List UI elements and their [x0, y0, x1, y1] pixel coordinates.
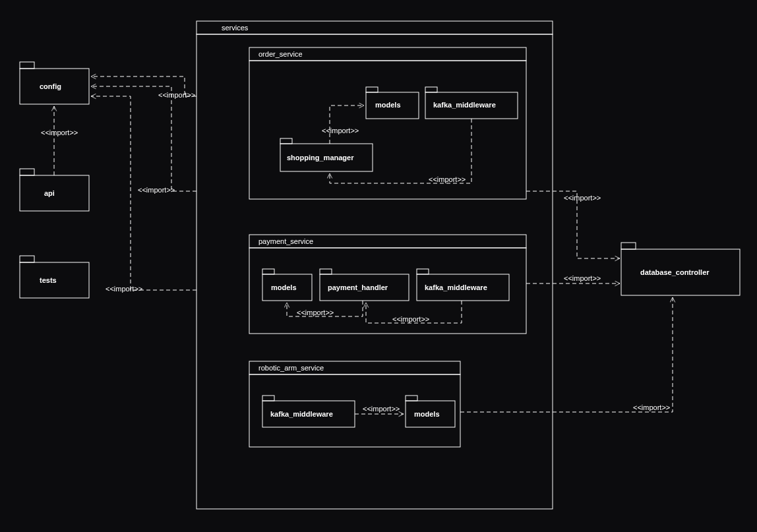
- svg-rect-10: [366, 87, 378, 92]
- package-robotic-models-label: models: [414, 410, 440, 418]
- package-payment-handler-label: payment_handler: [328, 283, 388, 291]
- edge-payment-to-db-label: <<import>>: [564, 274, 601, 282]
- svg-rect-22: [417, 269, 429, 274]
- edge-payment-to-db: <<import>>: [526, 274, 620, 283]
- svg-rect-2: [20, 169, 34, 175]
- package-tests-label: tests: [40, 276, 57, 284]
- svg-rect-20: [320, 269, 332, 274]
- edge-orderkafka-to-shopping-label: <<import>>: [429, 175, 466, 183]
- svg-rect-18: [262, 269, 274, 274]
- svg-rect-14: [280, 138, 292, 144]
- package-payment-models-label: models: [271, 283, 297, 291]
- package-order-models-label: models: [375, 101, 401, 109]
- package-shopping-manager[interactable]: shopping_manager: [280, 138, 373, 171]
- edge-payment-to-config-label: <<import>>: [138, 186, 175, 194]
- edge-robkafka-to-models-label: <<import>>: [363, 405, 400, 413]
- edge-shopping-to-models-label: <<import>>: [322, 127, 359, 134]
- svg-rect-7: [197, 34, 553, 509]
- package-api-label: api: [44, 189, 55, 197]
- package-database-controller[interactable]: database_controller: [621, 243, 740, 295]
- package-payment-handler[interactable]: payment_handler: [320, 269, 409, 301]
- package-shopping-manager-label: shopping_manager: [287, 154, 354, 162]
- edge-handler-to-models: <<import>>: [287, 301, 363, 316]
- package-tests[interactable]: tests: [20, 256, 89, 298]
- edge-order-to-config-label: <<import>>: [158, 91, 195, 99]
- svg-rect-0: [20, 62, 34, 69]
- edge-order-to-db-label: <<import>>: [564, 194, 601, 202]
- svg-rect-28: [406, 396, 417, 401]
- svg-rect-9: [249, 61, 526, 199]
- edge-handler-to-models-label: <<import>>: [297, 309, 334, 316]
- edge-api-to-config-label: <<import>>: [41, 129, 78, 136]
- edge-paykafka-to-handler: <<import>>: [366, 301, 462, 323]
- svg-rect-26: [262, 396, 274, 401]
- edge-order-to-db: <<import>>: [526, 191, 620, 258]
- package-robotic-kafka[interactable]: kafka_middleware: [262, 396, 355, 427]
- svg-rect-4: [20, 256, 34, 262]
- package-payment-models[interactable]: models: [262, 269, 312, 301]
- package-database-controller-label: database_controller: [640, 268, 710, 276]
- edge-api-to-config: <<import>>: [41, 106, 78, 175]
- package-order-service-label: order_service: [258, 50, 303, 58]
- edge-order-to-config: <<import>>: [91, 76, 197, 99]
- edge-robotic-to-db: <<import>>: [460, 297, 673, 412]
- package-services-label: services: [222, 24, 249, 32]
- edge-robotic-to-db-label: <<import>>: [633, 403, 670, 411]
- edge-paykafka-to-handler-label: <<import>>: [392, 315, 429, 323]
- package-robotic-arm-service-label: robotic_arm_service: [258, 364, 324, 372]
- package-robotic-kafka-label: kafka_middleware: [270, 410, 333, 418]
- edge-shopping-to-models: <<import>>: [322, 105, 364, 144]
- package-order-kafka-label: kafka_middleware: [433, 101, 496, 109]
- edge-robotic-to-config: <<import>>: [91, 96, 197, 293]
- svg-rect-6: [197, 21, 553, 34]
- package-config-label: config: [40, 82, 61, 90]
- package-robotic-models[interactable]: models: [406, 396, 455, 427]
- edge-robotic-to-config-label: <<import>>: [106, 285, 142, 293]
- svg-rect-30: [621, 243, 636, 249]
- edge-payment-to-config: <<import>>: [91, 86, 197, 194]
- edge-robkafka-to-models: <<import>>: [355, 405, 404, 414]
- package-order-kafka[interactable]: kafka_middleware: [425, 87, 518, 119]
- package-payment-kafka-label: kafka_middleware: [425, 283, 487, 291]
- package-config[interactable]: config: [20, 62, 89, 104]
- package-order-models[interactable]: models: [366, 87, 419, 119]
- package-services[interactable]: services: [197, 21, 553, 509]
- svg-rect-12: [425, 87, 437, 92]
- package-payment-service-label: payment_service: [258, 237, 313, 245]
- package-payment-kafka[interactable]: kafka_middleware: [417, 269, 509, 301]
- package-order-service[interactable]: order_service: [249, 47, 526, 199]
